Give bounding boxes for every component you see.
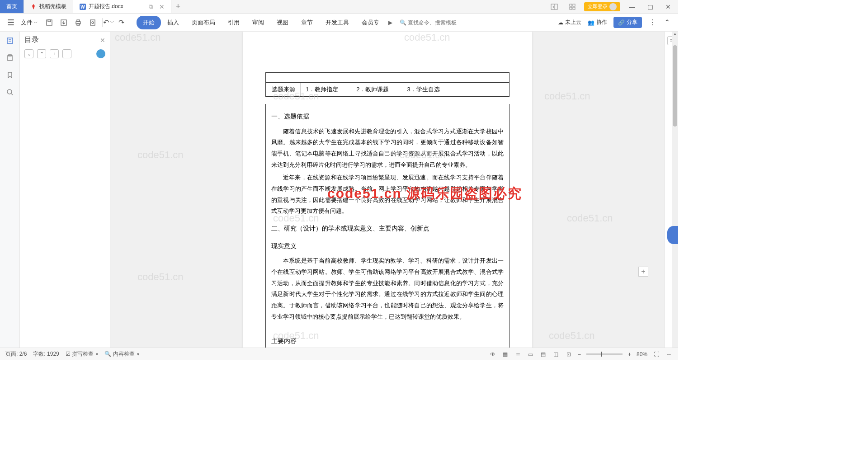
heading-1: 一、选题依据 [271,110,504,122]
content-check[interactable]: 🔍 内容检查 ▾ [104,350,139,358]
cloud-icon: ☁ [558,19,563,26]
ribbon-dev[interactable]: 开发工具 [319,16,355,29]
scroll-up-icon[interactable]: ▴ [672,32,678,38]
collab-label: 协作 [596,19,607,26]
grid-icon[interactable] [566,0,579,13]
reading-view-icon[interactable]: ▭ [527,351,534,358]
chat-icon[interactable] [96,49,105,58]
eye-icon[interactable]: 👁 [489,351,496,358]
word-doc-icon: W [80,4,86,10]
page-view-icon[interactable]: ▦ [502,351,509,358]
redo-icon[interactable]: ↷ [117,19,125,27]
promote-icon[interactable]: + [50,49,59,58]
web-view-icon[interactable]: ▤ [540,351,547,358]
page-status[interactable]: 页面: 2/6 [5,350,27,358]
watermark: code51.cn [567,212,613,224]
clipboard-icon[interactable] [5,53,14,62]
layout-icon[interactable]: 1 [548,0,561,13]
ribbon-view[interactable]: 视图 [270,16,295,29]
login-button[interactable]: 立即登录 [584,2,620,11]
print-preview-icon[interactable] [89,19,97,27]
demote-icon[interactable]: − [62,49,71,58]
watermark: code51.cn [137,271,184,283]
new-tab-button[interactable]: + [171,0,185,13]
quick-access [42,19,100,27]
check-icon: ☑ [66,351,71,357]
find-icon[interactable] [5,88,14,97]
ribbon-next[interactable]: ▶ [386,19,395,26]
outline-title: 目录 [24,35,39,45]
search-input[interactable] [408,19,471,26]
ribbon-insert[interactable]: 插入 [161,16,185,29]
table-row [265,72,509,82]
search-box[interactable]: 🔍 [400,19,471,26]
minimize-button[interactable]: — [626,0,638,13]
svg-point-16 [92,22,94,24]
watermark: code51.cn [544,90,590,102]
ribbon-layout[interactable]: 页面布局 [185,16,222,29]
fit-width-icon[interactable]: ↔ [665,351,673,358]
more-icon[interactable]: ⋮ [648,19,656,27]
maximize-button[interactable]: ▢ [644,0,656,13]
file-menu[interactable]: 文件﹀ [17,19,42,27]
ribbon-start[interactable]: 开始 [137,16,161,29]
chevron-down-icon: ▾ [137,352,139,357]
ribbon-ref[interactable]: 引用 [222,16,246,29]
outline-view-icon[interactable]: ≣ [514,351,522,358]
outline-close-icon[interactable]: ✕ [100,37,105,44]
svg-point-22 [7,89,12,94]
zoom-fit-icon[interactable]: ⊡ [565,351,572,358]
vertical-scrollbar[interactable]: ▴ [672,32,678,348]
chevron-down-icon: ﹀ [33,20,38,25]
zoom-out-button[interactable]: − [578,351,581,358]
toolbar: ☰ 文件﹀ ↶﹀ ↷ 开始 插入 页面布局 引用 审阅 视图 章节 开发工具 会… [0,14,678,32]
split-view-icon[interactable]: ◫ [552,351,560,358]
svg-line-23 [11,94,13,95]
tab-document[interactable]: W 开题报告.docx ⧉ ✕ [73,0,171,13]
outline-header: 目录 ✕ [24,35,105,45]
fullscreen-icon[interactable]: ⛶ [653,351,660,358]
tab-templates[interactable]: 找稻壳模板 [24,0,73,13]
share-button[interactable]: 🔗分享 [613,17,642,28]
collapse-ribbon-icon[interactable]: ⌃ [663,19,671,27]
word-count[interactable]: 字数: 1929 [33,350,59,358]
cloud-label: 未上云 [565,19,581,26]
zoom-in-button[interactable]: + [628,351,631,358]
zoom-slider[interactable] [586,353,623,355]
chevron-down-icon: ﹀ [110,19,114,26]
svg-rect-6 [573,4,575,6]
toolbar-right: ☁未上云 👥协作 🔗分享 ⋮ ⌃ [558,17,674,28]
collab-button[interactable]: 👥协作 [588,19,607,26]
spellcheck-toggle[interactable]: ☑ 拼写检查 ▾ [66,350,99,358]
svg-rect-17 [7,38,13,43]
feedback-tab[interactable] [667,226,678,244]
collapse-all-icon[interactable]: ⌄ [24,49,33,58]
hamburger-icon[interactable]: ☰ [5,18,17,28]
status-bar: 页面: 2/6 字数: 1929 ☑ 拼写检查 ▾ 🔍 内容检查 ▾ 👁 ▦ ≣… [0,348,678,360]
tab-close-icon[interactable]: ✕ [159,3,165,10]
heading-2: 二、研究（设计）的学术或现实意义、主要内容、创新点 [271,222,504,235]
watermark: code51.cn [549,330,595,342]
ribbon-review[interactable]: 审阅 [246,16,270,29]
print-icon[interactable] [74,19,82,27]
cloud-status[interactable]: ☁未上云 [558,19,581,26]
expand-all-icon[interactable]: ⌃ [37,49,46,58]
chevron-down-icon: ▾ [96,352,98,357]
save-as-icon[interactable] [60,19,68,27]
svg-rect-15 [90,20,95,25]
save-icon[interactable] [45,19,53,27]
tab-window-icon[interactable]: ⧉ [149,3,153,10]
bookmark-icon[interactable] [5,71,14,80]
insert-comment-button[interactable]: + [638,267,648,277]
close-button[interactable]: ✕ [662,0,675,13]
scroll-thumb[interactable] [673,45,677,127]
undo-icon[interactable]: ↶﹀ [104,19,113,27]
zoom-value[interactable]: 80% [637,351,647,358]
ribbon-member[interactable]: 会员专 [355,16,386,29]
ribbon-chapter[interactable]: 章节 [295,16,319,29]
tab-home[interactable]: 首页 [0,0,24,13]
outline-icon[interactable] [5,36,14,45]
subheading: 主要内容 [271,335,504,347]
svg-rect-7 [570,7,572,9]
document-area[interactable]: ✥ 选题来源 1．教师指定 2．教师课题 3．学生自选 一、选题依据 随着信息技… [110,32,665,348]
